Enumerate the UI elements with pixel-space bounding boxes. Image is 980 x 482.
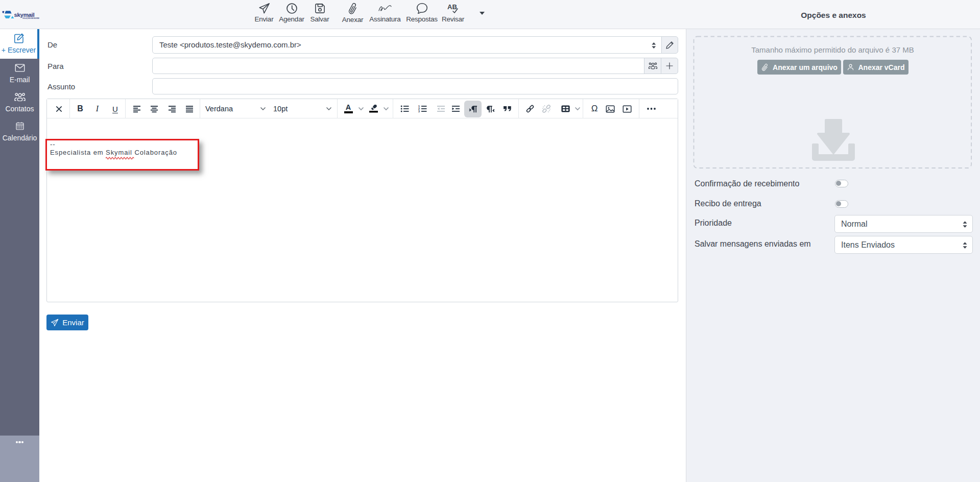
svg-text:AB: AB (447, 3, 457, 11)
svg-text:3: 3 (418, 110, 420, 113)
svg-text:SOLUÇÕES EM NUVEM: SOLUÇÕES EM NUVEM (22, 17, 39, 19)
